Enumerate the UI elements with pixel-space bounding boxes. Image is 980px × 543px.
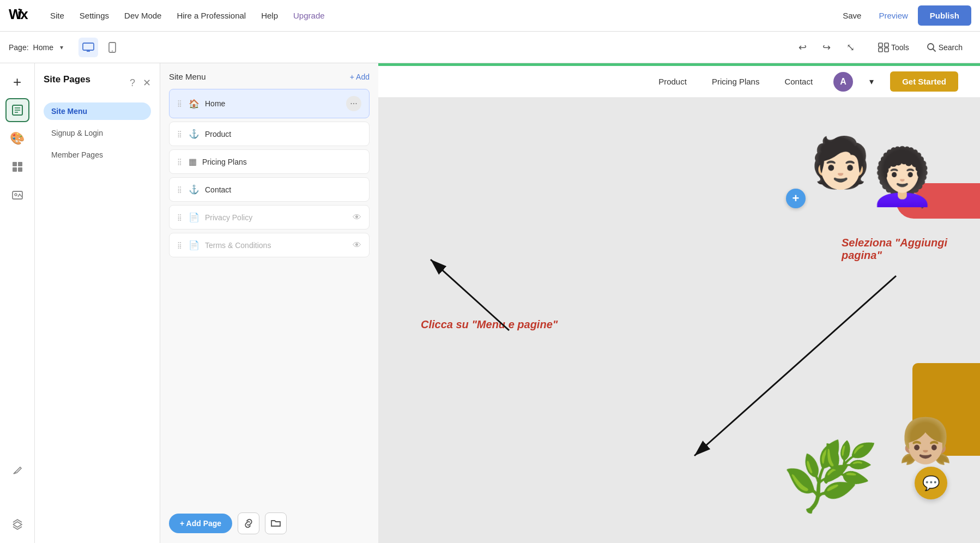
menu-item-home[interactable]: ⣿ 🏠 Home ··· (169, 89, 370, 118)
pen-icon[interactable] (5, 458, 29, 482)
canvas-nav-contact[interactable]: Contact (780, 75, 817, 88)
menu-item-privacy[interactable]: ⣿ 📄 Privacy Policy 👁 (169, 205, 370, 230)
redo-button[interactable]: ↪ (817, 38, 837, 57)
nav-help[interactable]: Help (255, 7, 285, 25)
site-menu-title: Site Menu (169, 72, 206, 81)
svg-rect-20 (18, 167, 22, 172)
link-pages-btn[interactable] (238, 512, 259, 534)
svg-point-22 (15, 194, 17, 196)
site-menu-header: Site Menu + Add (169, 72, 370, 81)
svg-rect-2 (83, 43, 94, 50)
add-element-icon[interactable]: + (5, 70, 29, 94)
add-page-button[interactable]: + Add Page (169, 514, 232, 533)
panel-close-icon[interactable]: ✕ (143, 77, 151, 89)
menu-item-label: Terms & Conditions (205, 241, 347, 250)
canvas-nav-pricing[interactable]: Pricing Plans (707, 75, 764, 88)
tab-site-menu[interactable]: Site Menu (44, 102, 151, 120)
drag-handle-icon: ⣿ (177, 186, 182, 194)
save-button[interactable]: Save (835, 7, 869, 25)
leaf2-icon: 🌿 (816, 433, 879, 493)
svg-rect-7 (879, 43, 882, 47)
canvas-navbar: Product Pricing Plans Contact A ▾ Get St… (378, 66, 980, 98)
home-icon: 🏠 (189, 99, 199, 109)
grid-icon: ▦ (189, 156, 197, 167)
people-illustration: 👩🏻‍🦱 (868, 145, 936, 209)
hidden-icon: 👁 (353, 240, 361, 250)
menu-item-pricing[interactable]: ⣿ ▦ Pricing Plans (169, 149, 370, 174)
menu-item-label: Home (205, 99, 341, 108)
chat-bubble-icon[interactable]: 💬 (915, 467, 947, 499)
nav-chevron-icon[interactable]: ▾ (869, 76, 874, 87)
drag-handle-icon: ⣿ (177, 130, 182, 138)
wix-logo: W ix (9, 6, 35, 25)
doc-icon: 📄 (189, 240, 199, 250)
undo-button[interactable]: ↩ (793, 38, 813, 57)
add-menu-item-btn[interactable]: + Add (350, 73, 370, 81)
person2-illustration: 🧑🏻 (810, 134, 871, 191)
site-menu-footer: + Add Page (169, 506, 370, 534)
tab-member-pages[interactable]: Member Pages (44, 146, 151, 164)
preview-button[interactable]: Preview (871, 7, 915, 25)
publish-button[interactable]: Publish (918, 5, 971, 26)
svg-point-6 (112, 50, 113, 51)
tools-menu[interactable]: Tools (878, 43, 909, 52)
annotation-text-2: Seleziona "Aggiungi pagina" (842, 237, 980, 262)
drag-handle-icon: ⣿ (177, 214, 182, 221)
svg-rect-8 (885, 43, 888, 47)
fullscreen-button[interactable]: ⤡ (841, 38, 861, 57)
nav-settings[interactable]: Settings (73, 7, 116, 25)
page-name: Home (33, 43, 53, 52)
page-label: Page: (9, 43, 29, 52)
nav-upgrade[interactable]: Upgrade (287, 7, 331, 25)
svg-rect-9 (879, 48, 882, 52)
mobile-view-btn[interactable] (102, 38, 122, 57)
menu-item-label: Privacy Policy (205, 213, 347, 222)
nav-hire[interactable]: Hire a Professional (170, 7, 252, 25)
menu-item-terms[interactable]: ⣿ 📄 Terms & Conditions 👁 (169, 233, 370, 257)
search-button[interactable]: Search (927, 43, 963, 52)
menu-item-more-btn[interactable]: ··· (346, 96, 361, 111)
nav-devmode[interactable]: Dev Mode (118, 7, 168, 25)
panel-title: Site Pages (44, 74, 90, 85)
drag-handle-icon: ⣿ (177, 242, 182, 249)
layers-icon[interactable] (5, 512, 29, 536)
site-menu-column: Site Menu + Add ⣿ 🏠 Home ··· ⣿ ⚓ Product… (160, 63, 378, 543)
menu-item-label: Pricing Plans (202, 158, 361, 166)
get-started-button[interactable]: Get Started (890, 71, 958, 92)
nav-site[interactable]: Site (44, 7, 71, 25)
svg-rect-17 (13, 162, 17, 166)
design-icon[interactable]: 🎨 (5, 126, 29, 150)
person3-illustration: 👧🏼 (898, 415, 953, 467)
menu-item-product[interactable]: ⣿ ⚓ Product (169, 122, 370, 146)
media-icon[interactable] (5, 183, 29, 207)
tab-signup-login[interactable]: Signup & Login (44, 124, 151, 142)
folder-btn[interactable] (265, 512, 287, 534)
annotation-text-1: Clicca su "Menu e pagine" (421, 318, 558, 331)
menu-item-label: Contact (205, 185, 361, 194)
doc-icon: 📄 (189, 212, 199, 222)
apps-icon[interactable] (5, 155, 29, 179)
svg-rect-18 (18, 162, 22, 166)
top-navbar: W ix Site Settings Dev Mode Hire a Profe… (0, 0, 980, 32)
canvas-illustration: 🔍 🎤 🌿 🌿 💬 👩🏻‍🦱 🧑🏻 👧🏼 (787, 118, 980, 543)
menu-item-label: Product (205, 130, 361, 138)
pages-icon[interactable] (5, 98, 29, 122)
tools-label: Tools (891, 43, 909, 52)
drag-handle-icon: ⣿ (177, 100, 182, 107)
canvas-nav-product[interactable]: Product (654, 75, 691, 88)
user-avatar: A (833, 72, 853, 92)
svg-line-12 (933, 49, 935, 51)
hidden-icon: 👁 (353, 213, 361, 222)
main-layout: + 🎨 (0, 63, 980, 543)
site-pages-panel: Site Pages ? ✕ Site Menu Signup & Login … (35, 63, 160, 543)
page-dropdown-chevron[interactable]: ▾ (60, 44, 63, 51)
anchor-icon: ⚓ (189, 129, 199, 139)
menu-item-contact[interactable]: ⣿ ⚓ Contact (169, 177, 370, 202)
desktop-view-btn[interactable] (78, 38, 98, 57)
canvas-area: Product Pricing Plans Contact A ▾ Get St… (378, 63, 980, 543)
add-section-button[interactable]: + (786, 189, 806, 208)
search-label: Search (939, 43, 963, 52)
panel-help-icon[interactable]: ? (130, 77, 135, 89)
left-sidebar: + 🎨 (0, 63, 35, 543)
svg-rect-10 (885, 48, 888, 52)
